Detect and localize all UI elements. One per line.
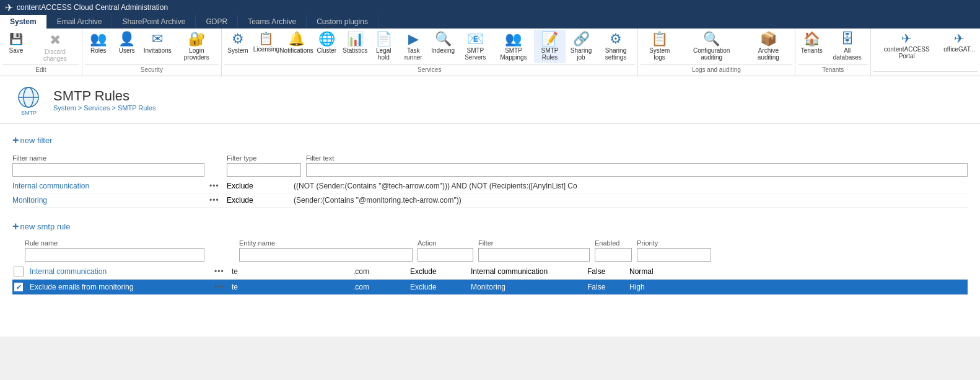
add-filter-label: new filter — [20, 136, 53, 145]
officegate-icon: ✈ — [954, 32, 965, 45]
all-databases-icon: 🗄 — [841, 32, 854, 46]
ribbon-group-portals: ✈ contentACCESS Portal ✈ officeGAT... — [871, 29, 980, 76]
checkbox-1[interactable] — [14, 267, 24, 276]
system-svc-button[interactable]: ⚙ System — [224, 30, 252, 56]
sharing-settings-icon: ⚙ — [610, 32, 622, 46]
system-svc-icon: ⚙ — [232, 32, 244, 46]
rule-row-name-2[interactable]: Exclude emails from monitoring — [30, 283, 209, 291]
contentaccess-portal-icon: ✈ — [901, 32, 912, 45]
rule-row-selected: ✔ Exclude emails from monitoring ••• tex… — [12, 280, 968, 295]
rule-entity-input[interactable] — [239, 248, 413, 262]
filter-row-menu[interactable]: ••• — [209, 196, 222, 205]
rule-action-col-header: Action — [418, 239, 473, 262]
notifications-button[interactable]: 🔔 Notifications — [281, 30, 312, 56]
system-logs-icon: 📋 — [651, 32, 668, 46]
tab-system[interactable]: System — [0, 15, 47, 29]
tab-custom-plugins[interactable]: Custom plugins — [307, 15, 378, 29]
ribbon-security-label: Security — [85, 64, 219, 74]
officegate-button[interactable]: ✈ officeGAT... — [941, 30, 978, 55]
rule-name-input[interactable] — [25, 248, 204, 262]
statistics-icon: 📊 — [347, 32, 364, 46]
save-button[interactable]: 💾 Save — [2, 30, 30, 56]
rule-row-priority-2: High — [629, 283, 679, 291]
filter-type-col: Filter type — [227, 154, 301, 177]
rule-row-menu-1[interactable]: ••• — [214, 267, 227, 276]
config-auditing-button[interactable]: 🔍 Configuration auditing — [680, 30, 743, 63]
add-filter-button[interactable]: + new filter — [12, 134, 968, 147]
smtp-rules-section: + new smtp rule Rule name Entity name Ac… — [12, 220, 968, 295]
tab-teams-archive[interactable]: Teams Archive — [238, 15, 307, 29]
main-area: + new filter Filter name Filter type Fil… — [0, 124, 980, 305]
login-providers-button[interactable]: 🔐 Login providers — [175, 30, 219, 63]
rule-check-2[interactable]: ✔ — [12, 282, 25, 292]
rule-row-name-1[interactable]: Internal communication — [30, 267, 209, 276]
filters-section: + new filter Filter name Filter type Fil… — [12, 134, 968, 208]
sharing-job-button[interactable]: 🔗 Sharing job — [567, 30, 596, 63]
ribbon: 💾 Save ✖ Discard changes Edit 👥 Roles 👤 … — [0, 29, 980, 76]
rule-row-action-2: Exclude — [410, 283, 466, 291]
rule-check-1[interactable] — [12, 267, 25, 276]
filter-row-name[interactable]: Internal communication — [12, 182, 204, 190]
system-logs-button[interactable]: 📋 System logs — [641, 30, 679, 63]
filter-type-input[interactable] — [227, 163, 301, 177]
roles-button[interactable]: 👥 Roles — [85, 30, 112, 56]
users-button[interactable]: 👤 Users — [113, 30, 141, 56]
statistics-button[interactable]: 📊 Statistics — [341, 30, 369, 56]
filter-row-text: ((NOT (Sender:(Contains "@tech-arrow.com… — [294, 182, 968, 190]
smtp-rules-button[interactable]: 📝 SMTP Rules — [534, 30, 565, 63]
rule-priority-input[interactable] — [637, 248, 711, 262]
all-databases-button[interactable]: 🗄 All databases — [826, 30, 868, 63]
smtp-rules-icon: 📝 — [541, 32, 558, 46]
filter-row-menu[interactable]: ••• — [209, 182, 222, 190]
filter-row-name[interactable]: Monitoring — [12, 196, 204, 205]
save-icon: 💾 — [9, 32, 23, 46]
discard-button[interactable]: ✖ Discard changes — [31, 30, 79, 64]
rule-action-input[interactable] — [418, 248, 473, 262]
filter-row-type: Exclude — [227, 196, 289, 205]
rule-row-action-1: Exclude — [410, 267, 466, 276]
smtp-mappings-icon: 👥 — [505, 32, 522, 46]
config-auditing-icon: 🔍 — [703, 32, 720, 46]
tenants-button[interactable]: 🏠 Tenants — [798, 30, 825, 56]
add-smtp-rule-button[interactable]: + new smtp rule — [12, 220, 968, 233]
sharing-settings-button[interactable]: ⚙ Sharing settings — [597, 30, 634, 63]
invitations-button[interactable]: ✉ Invitations — [142, 30, 173, 56]
rule-row-menu-2[interactable]: ••• — [214, 283, 227, 291]
rule-enabled-input[interactable] — [595, 248, 632, 262]
add-smtp-rule-plus-icon: + — [12, 220, 19, 233]
login-providers-icon: 🔐 — [188, 32, 205, 46]
title-bar: ✈ contentACCESS Cloud Central Administra… — [0, 0, 980, 15]
add-filter-plus-icon: + — [12, 134, 19, 147]
tab-sharepoint-archive[interactable]: SharePoint Archive — [112, 15, 196, 29]
task-runner-icon: ▶ — [408, 32, 419, 46]
rule-name-col-header: Rule name — [25, 239, 217, 262]
task-runner-button[interactable]: ▶ Task runner — [398, 30, 428, 63]
tab-gdpr[interactable]: GDPR — [196, 15, 238, 29]
rule-row: Internal communication ••• texxxxxxxxxxx… — [12, 264, 968, 280]
app-title: contentACCESS Cloud Central Administrati… — [17, 3, 168, 12]
contentaccess-portal-button[interactable]: ✈ contentACCESS Portal — [873, 30, 940, 62]
rule-row-entity-2: texxxxxxxxxxxxxxxxxxxxxxxxxxxxxxx.com — [232, 283, 405, 291]
cluster-button[interactable]: 🌐 Cluster — [313, 30, 340, 56]
filter-text-input[interactable] — [306, 163, 968, 177]
tab-email-archive[interactable]: Email Archive — [47, 15, 113, 29]
archive-auditing-button[interactable]: 📦 Archive auditing — [745, 30, 793, 63]
rule-row-enabled-1: False — [587, 267, 624, 276]
svg-text:SMTP: SMTP — [21, 110, 37, 116]
smtp-servers-button[interactable]: 📧 SMTP Servers — [458, 30, 493, 63]
ribbon-group-services: ⚙ System 📋 Licensing 🔔 Notifications 🌐 C… — [222, 29, 638, 76]
licensing-button[interactable]: 📋 Licensing — [253, 30, 280, 55]
smtp-mappings-button[interactable]: 👥 SMTP Mappings — [494, 30, 533, 63]
licensing-icon: 📋 — [258, 32, 274, 45]
filter-text-col: Filter text — [306, 154, 968, 177]
rule-enabled-col-header: Enabled — [595, 239, 632, 262]
ribbon-group-tenants: 🏠 Tenants 🗄 All databases Tenants — [795, 29, 871, 76]
rule-row-filter-2: Monitoring — [471, 283, 582, 291]
checkbox-2[interactable]: ✔ — [14, 282, 24, 292]
indexing-icon: 🔍 — [435, 32, 452, 46]
legal-hold-button[interactable]: 📄 Legal hold — [370, 30, 397, 63]
rule-entity-col-header: Entity name — [239, 239, 413, 262]
filter-name-input[interactable] — [12, 163, 204, 177]
rule-filter-input[interactable] — [478, 248, 590, 262]
indexing-button[interactable]: 🔍 Indexing — [429, 30, 457, 56]
